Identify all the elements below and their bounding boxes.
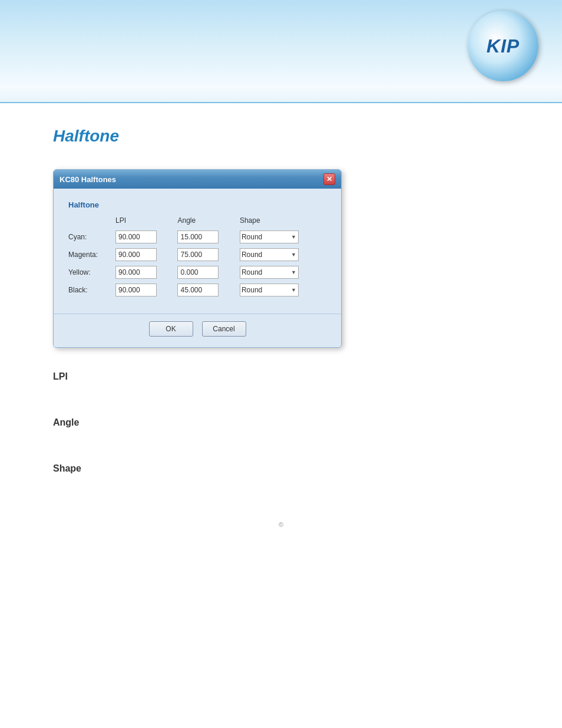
section-label: Halftone	[68, 200, 326, 209]
cancel-button[interactable]: Cancel	[202, 321, 246, 337]
lpi-input[interactable]	[115, 284, 157, 297]
col-lpi: LPI	[115, 216, 177, 228]
halftone-table: LPI Angle Shape Cyan:RoundDiamondEllipse…	[68, 216, 326, 299]
angle-input[interactable]	[177, 230, 219, 243]
copyright: ©	[53, 521, 509, 540]
dialog-body: Halftone LPI Angle Shape Cyan:RoundDiamo…	[54, 189, 341, 308]
halftone-dialog: KC80 Halftones ✕ Halftone LPI Angle Shap…	[53, 169, 342, 348]
header: KIP	[0, 0, 562, 103]
angle-heading: Angle	[53, 417, 509, 428]
lpi-input[interactable]	[115, 230, 157, 243]
main-content: Halftone KC80 Halftones ✕ Halftone LPI A…	[0, 103, 562, 558]
dialog-titlebar: KC80 Halftones ✕	[54, 170, 341, 189]
logo-area: KIP	[468, 11, 544, 87]
shape-select[interactable]: RoundDiamondEllipseLineSquareCross	[240, 248, 299, 261]
table-row: Yellow:RoundDiamondEllipseLineSquareCros…	[68, 263, 326, 281]
table-row: Black:RoundDiamondEllipseLineSquareCross	[68, 281, 326, 299]
col-shape: Shape	[240, 216, 326, 228]
table-row: Cyan:RoundDiamondEllipseLineSquareCross	[68, 228, 326, 246]
lpi-input[interactable]	[115, 248, 157, 261]
row-label: Cyan:	[68, 228, 115, 246]
shape-select[interactable]: RoundDiamondEllipseLineSquareCross	[240, 284, 299, 297]
row-label: Magenta:	[68, 246, 115, 263]
table-row: Magenta:RoundDiamondEllipseLineSquareCro…	[68, 246, 326, 263]
shape-select[interactable]: RoundDiamondEllipseLineSquareCross	[240, 230, 299, 243]
lpi-heading: LPI	[53, 371, 509, 382]
dialog-wrapper: KC80 Halftones ✕ Halftone LPI Angle Shap…	[53, 169, 509, 348]
row-label: Yellow:	[68, 263, 115, 281]
angle-input[interactable]	[177, 248, 219, 261]
page-title: Halftone	[53, 127, 509, 146]
dialog-footer: OK Cancel	[54, 314, 341, 347]
angle-section: Angle	[53, 417, 509, 428]
close-button[interactable]: ✕	[323, 173, 335, 185]
shape-select-wrapper: RoundDiamondEllipseLineSquareCross	[240, 266, 299, 279]
lpi-section: LPI	[53, 371, 509, 382]
shape-section: Shape	[53, 463, 509, 474]
ok-button[interactable]: OK	[149, 321, 193, 337]
kip-logo: KIP	[468, 11, 538, 81]
shape-select-wrapper: RoundDiamondEllipseLineSquareCross	[240, 284, 299, 297]
dialog-title: KC80 Halftones	[59, 175, 116, 184]
row-label: Black:	[68, 281, 115, 299]
shape-select[interactable]: RoundDiamondEllipseLineSquareCross	[240, 266, 299, 279]
col-angle: Angle	[177, 216, 239, 228]
shape-select-wrapper: RoundDiamondEllipseLineSquareCross	[240, 248, 299, 261]
col-halftone	[68, 216, 115, 228]
logo-text: KIP	[487, 35, 520, 57]
shape-select-wrapper: RoundDiamondEllipseLineSquareCross	[240, 230, 299, 243]
angle-input[interactable]	[177, 266, 219, 279]
shape-heading: Shape	[53, 463, 509, 474]
angle-input[interactable]	[177, 284, 219, 297]
lpi-input[interactable]	[115, 266, 157, 279]
